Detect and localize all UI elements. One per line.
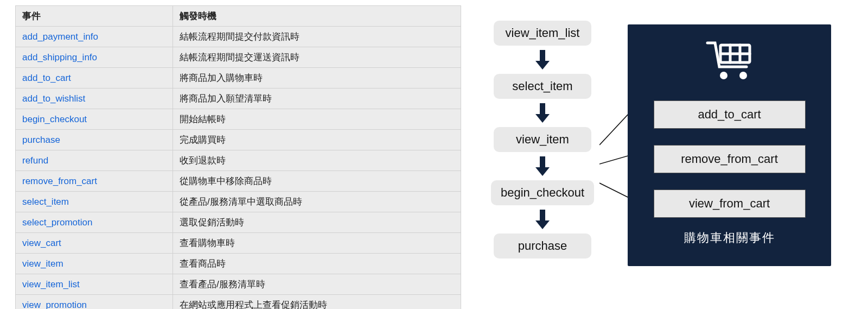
event-link[interactable]: view_promotion bbox=[22, 300, 87, 310]
event-cell: view_promotion bbox=[16, 295, 173, 310]
down-arrow-icon bbox=[533, 155, 552, 177]
table-row: add_to_wishlist將商品加入願望清單時 bbox=[16, 89, 461, 109]
trigger-cell: 完成購買時 bbox=[173, 130, 461, 150]
flow-step-view-item: view_item bbox=[494, 127, 591, 152]
trigger-cell: 在網站或應用程式上查看促銷活動時 bbox=[173, 295, 461, 310]
event-cell: select_item bbox=[16, 192, 173, 212]
event-link[interactable]: select_item bbox=[22, 197, 69, 207]
flow-step-select-item: select_item bbox=[494, 74, 591, 99]
event-cell: add_to_cart bbox=[16, 68, 173, 89]
table-row: view_promotion在網站或應用程式上查看促銷活動時 bbox=[16, 295, 461, 310]
cart-item-view-from-cart: view_from_cart bbox=[654, 190, 806, 218]
event-cell: view_item bbox=[16, 254, 173, 274]
svg-point-11 bbox=[720, 72, 727, 79]
th-trigger: 觸發時機 bbox=[173, 6, 461, 27]
trigger-cell: 將商品加入願望清單時 bbox=[173, 89, 461, 109]
event-cell: view_cart bbox=[16, 233, 173, 254]
table-row: remove_from_cart從購物車中移除商品時 bbox=[16, 171, 461, 192]
th-event: 事件 bbox=[16, 6, 173, 27]
flow-step-begin-checkout: begin_checkout bbox=[491, 180, 594, 205]
table-row: begin_checkout開始結帳時 bbox=[16, 109, 461, 130]
table-header-row: 事件 觸發時機 bbox=[16, 6, 461, 27]
table-row: add_shipping_info結帳流程期間提交運送資訊時 bbox=[16, 47, 461, 68]
table-row: add_payment_info結帳流程期間提交付款資訊時 bbox=[16, 27, 461, 47]
trigger-cell: 結帳流程期間提交運送資訊時 bbox=[173, 47, 461, 68]
events-table-wrap: 事件 觸發時機 add_payment_info結帳流程期間提交付款資訊時add… bbox=[0, 0, 461, 309]
table-row: add_to_cart將商品加入購物車時 bbox=[16, 68, 461, 89]
event-cell: view_item_list bbox=[16, 274, 173, 295]
table-row: view_item_list查看產品/服務清單時 bbox=[16, 274, 461, 295]
table-row: view_item查看商品時 bbox=[16, 254, 461, 274]
cart-item-remove-from-cart: remove_from_cart bbox=[654, 145, 806, 173]
event-link[interactable]: purchase bbox=[22, 135, 60, 145]
event-link[interactable]: add_to_wishlist bbox=[22, 93, 85, 104]
event-link[interactable]: add_to_cart bbox=[22, 73, 71, 83]
event-link[interactable]: remove_from_cart bbox=[22, 176, 97, 186]
trigger-cell: 將商品加入購物車時 bbox=[173, 68, 461, 89]
event-link[interactable]: begin_checkout bbox=[22, 114, 87, 124]
event-cell: refund bbox=[16, 150, 173, 171]
table-row: select_item從產品/服務清單中選取商品時 bbox=[16, 192, 461, 212]
table-row: select_promotion選取促銷活動時 bbox=[16, 212, 461, 233]
cart-item-add-to-cart: add_to_cart bbox=[654, 100, 806, 129]
trigger-cell: 查看商品時 bbox=[173, 254, 461, 274]
down-arrow-icon bbox=[533, 49, 552, 71]
trigger-cell: 開始結帳時 bbox=[173, 109, 461, 130]
event-cell: add_payment_info bbox=[16, 27, 173, 47]
trigger-cell: 查看購物車時 bbox=[173, 233, 461, 254]
flow-step-purchase: purchase bbox=[494, 234, 591, 258]
event-cell: add_to_wishlist bbox=[16, 89, 173, 109]
shopping-cart-icon bbox=[705, 40, 754, 85]
event-link[interactable]: refund bbox=[22, 155, 48, 166]
flow-diagram: view_item_listselect_itemview_itembegin_… bbox=[461, 0, 868, 309]
event-link[interactable]: view_item bbox=[22, 258, 63, 269]
event-cell: begin_checkout bbox=[16, 109, 173, 130]
event-cell: add_shipping_info bbox=[16, 47, 173, 68]
event-link[interactable]: view_item_list bbox=[22, 279, 80, 289]
trigger-cell: 結帳流程期間提交付款資訊時 bbox=[173, 27, 461, 47]
event-link[interactable]: add_shipping_info bbox=[22, 52, 97, 62]
trigger-cell: 選取促銷活動時 bbox=[173, 212, 461, 233]
down-arrow-icon bbox=[533, 102, 552, 124]
flow-column: view_item_listselect_itemview_itembegin_… bbox=[483, 21, 602, 258]
table-row: purchase完成購買時 bbox=[16, 130, 461, 150]
flow-step-view-item-list: view_item_list bbox=[494, 21, 591, 46]
events-table: 事件 觸發時機 add_payment_info結帳流程期間提交付款資訊時add… bbox=[15, 5, 461, 309]
down-arrow-icon bbox=[533, 209, 552, 230]
event-cell: purchase bbox=[16, 130, 173, 150]
trigger-cell: 從購物車中移除商品時 bbox=[173, 171, 461, 192]
svg-point-12 bbox=[739, 72, 747, 79]
trigger-cell: 從產品/服務清單中選取商品時 bbox=[173, 192, 461, 212]
table-row: refund收到退款時 bbox=[16, 150, 461, 171]
event-link[interactable]: view_cart bbox=[22, 238, 61, 248]
table-row: view_cart查看購物車時 bbox=[16, 233, 461, 254]
cart-panel: add_to_cartremove_from_cartview_from_car… bbox=[628, 24, 831, 266]
event-link[interactable]: add_payment_info bbox=[22, 31, 98, 42]
trigger-cell: 收到退款時 bbox=[173, 150, 461, 171]
trigger-cell: 查看產品/服務清單時 bbox=[173, 274, 461, 295]
cart-panel-title: 購物車相關事件 bbox=[684, 230, 775, 246]
event-cell: remove_from_cart bbox=[16, 171, 173, 192]
event-cell: select_promotion bbox=[16, 212, 173, 233]
page-layout: 事件 觸發時機 add_payment_info結帳流程期間提交付款資訊時add… bbox=[0, 0, 868, 309]
event-link[interactable]: select_promotion bbox=[22, 217, 92, 228]
